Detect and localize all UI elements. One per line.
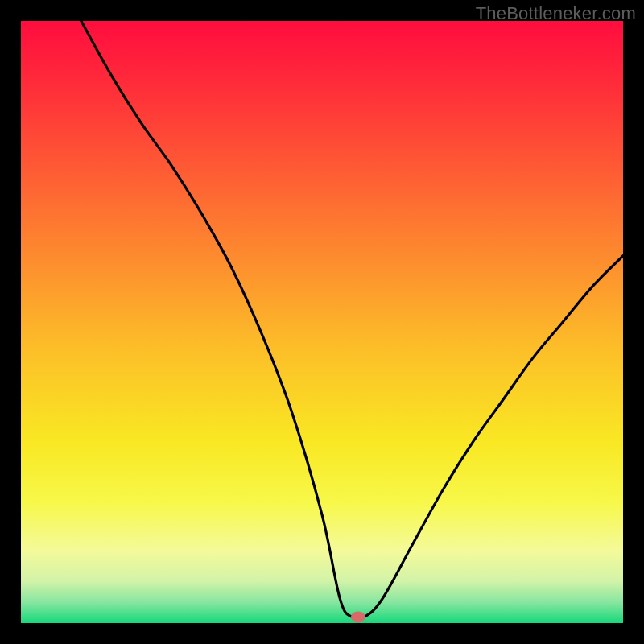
watermark-text: TheBottleneker.com bbox=[476, 3, 636, 24]
gradient-background bbox=[21, 21, 623, 623]
chart-svg bbox=[21, 21, 623, 623]
plot-area bbox=[21, 21, 623, 623]
optimum-marker bbox=[351, 612, 365, 623]
chart-frame: TheBottleneker.com bbox=[0, 0, 644, 644]
